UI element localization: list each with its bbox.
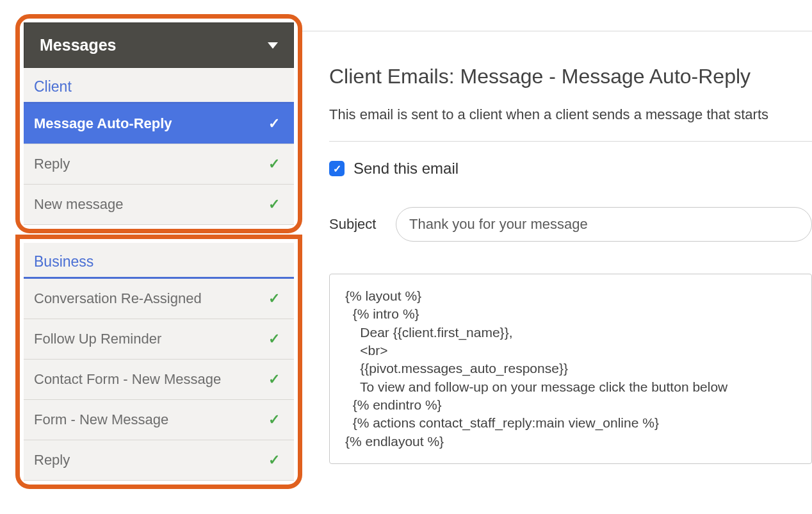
sidebar-item-conversation-reassigned[interactable]: Conversation Re-Assigned ✓ bbox=[24, 279, 294, 319]
subject-input[interactable] bbox=[396, 207, 812, 242]
send-email-checkbox[interactable]: ✓ bbox=[329, 161, 345, 176]
subject-row: Subject bbox=[329, 207, 812, 242]
check-icon: ✓ bbox=[268, 115, 280, 132]
main-content: Client Emails: Message - Message Auto-Re… bbox=[302, 31, 812, 501]
sidebar-item-label: Follow Up Reminder bbox=[34, 331, 161, 347]
messages-dropdown[interactable]: Messages bbox=[24, 22, 294, 68]
check-icon: ✓ bbox=[268, 452, 280, 468]
page-description: This email is sent to a client when a cl… bbox=[329, 106, 812, 123]
highlight-business-group: Business Conversation Re-Assigned ✓ Foll… bbox=[15, 235, 302, 489]
sidebar-item-label: New message bbox=[34, 196, 123, 213]
sidebar-item-label: Form - New Message bbox=[34, 411, 168, 428]
sidebar-item-label: Reply bbox=[34, 452, 70, 468]
send-email-row: ✓ Send this email bbox=[329, 160, 812, 178]
sidebar-item-contact-form-new-message[interactable]: Contact Form - New Message ✓ bbox=[24, 360, 294, 400]
sidebar-item-form-new-message[interactable]: Form - New Message ✓ bbox=[24, 400, 294, 440]
dropdown-label: Messages bbox=[40, 36, 117, 54]
divider bbox=[329, 141, 812, 142]
sidebar: Messages Client Message Auto-Reply ✓ Rep… bbox=[15, 14, 302, 501]
sidebar-item-label: Conversation Re-Assigned bbox=[34, 290, 202, 307]
sidebar-item-follow-up-reminder[interactable]: Follow Up Reminder ✓ bbox=[24, 319, 294, 360]
check-icon: ✓ bbox=[268, 156, 280, 172]
highlight-client-group: Messages Client Message Auto-Reply ✓ Rep… bbox=[15, 14, 302, 233]
chevron-down-icon bbox=[268, 42, 278, 49]
sidebar-item-message-auto-reply[interactable]: Message Auto-Reply ✓ bbox=[24, 104, 294, 144]
email-body-editor[interactable]: {% layout %} {% intro %} Dear {{client.f… bbox=[329, 274, 812, 464]
sidebar-item-reply-client[interactable]: Reply ✓ bbox=[24, 144, 294, 185]
check-icon: ✓ bbox=[268, 371, 280, 388]
sidebar-item-label: Contact Form - New Message bbox=[34, 371, 221, 388]
check-icon: ✓ bbox=[268, 290, 280, 307]
sidebar-item-reply-business[interactable]: Reply ✓ bbox=[24, 440, 294, 481]
sidebar-item-label: Reply bbox=[34, 156, 70, 172]
check-icon: ✓ bbox=[268, 411, 280, 428]
category-client: Client bbox=[24, 68, 294, 104]
sidebar-item-label: Message Auto-Reply bbox=[34, 115, 172, 132]
sidebar-item-new-message[interactable]: New message ✓ bbox=[24, 185, 294, 225]
category-business: Business bbox=[24, 243, 294, 279]
check-icon: ✓ bbox=[268, 331, 280, 347]
send-email-label: Send this email bbox=[353, 160, 459, 178]
check-icon: ✓ bbox=[268, 196, 280, 213]
subject-label: Subject bbox=[329, 216, 379, 233]
page-title: Client Emails: Message - Message Auto-Re… bbox=[329, 65, 812, 88]
